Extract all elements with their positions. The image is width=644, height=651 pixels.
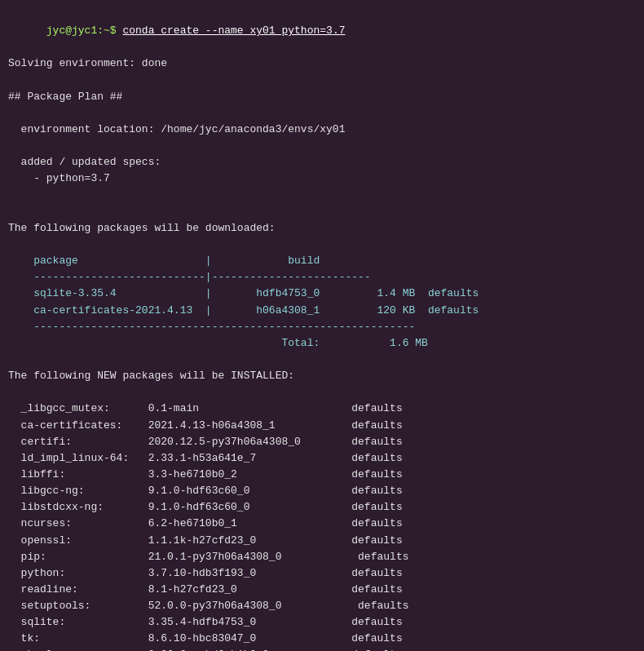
pkg-line: libffi: 3.3-he6710b0_2 defaults — [8, 467, 636, 483]
prompt-line: jyc@jyc1:~$ conda create --name xy01 pyt… — [8, 7, 636, 55]
pkg-line: ld_impl_linux-64: 2.33.1-h53a641e_7 defa… — [8, 450, 636, 467]
output-line: - python=3.7 — [8, 170, 636, 187]
table-row: ca-certificates-2021.4.13 | h06a4308_1 1… — [8, 303, 636, 319]
pkg-line: wheel: 0.36.2-pyhd3eb1b0_0 defaults — [8, 647, 636, 651]
pkg-line: sqlite: 3.35.4-hdfb4753_0 defaults — [8, 614, 636, 631]
pkg-line: ca-certificates: 2021.4.13-h06a4308_1 de… — [8, 418, 636, 434]
table-total: Total: 1.6 MB — [8, 335, 636, 352]
pkg-line: libstdcxx-ng: 9.1.0-hdf63c60_0 defaults — [8, 499, 636, 516]
output-line: added / updated specs: — [8, 154, 636, 170]
pkg-line: libgcc-ng: 9.1.0-hdf63c60_0 defaults — [8, 483, 636, 499]
output-line: ## Package Plan ## — [8, 89, 636, 105]
pkg-line: ncurses: 6.2-he6710b0_1 defaults — [8, 516, 636, 532]
terminal: jyc@jyc1:~$ conda create --name xy01 pyt… — [0, 0, 644, 651]
blank-line — [8, 188, 636, 204]
blank-line — [8, 138, 636, 154]
output-line: The following NEW packages will be INSTA… — [8, 368, 636, 384]
pkg-line: readline: 8.1-h27cfd23_0 defaults — [8, 582, 636, 598]
pkg-line: openssl: 1.1.1k-h27cfd23_0 defaults — [8, 533, 636, 549]
blank-line — [8, 237, 636, 253]
pkg-line: _libgcc_mutex: 0.1-main defaults — [8, 401, 636, 417]
terminal-container: jyc@jyc1:~$ conda create --name xy01 pyt… — [0, 0, 644, 651]
table-header: package | build — [8, 253, 636, 269]
table-row: sqlite-3.35.4 | hdfb4753_0 1.4 MB defaul… — [8, 286, 636, 302]
blank-line — [8, 73, 636, 89]
prompt-user: jyc@jyc1:~$ — [46, 24, 123, 37]
pkg-line: certifi: 2020.12.5-py37h06a4308_0 defaul… — [8, 434, 636, 450]
updated-text: updated — [72, 156, 117, 168]
output-line: The following packages will be downloade… — [8, 220, 636, 237]
command: conda create --name xy01 python=3.7 — [122, 24, 345, 37]
pkg-line: pip: 21.0.1-py37h06a4308_0 defaults — [8, 549, 636, 565]
output-line: Solving environment: done — [8, 55, 636, 72]
output-line: environment location: /home/jyc/anaconda… — [8, 122, 636, 138]
pkg-line: python: 3.7.10-hdb3f193_0 defaults — [8, 565, 636, 582]
pkg-line: setuptools: 52.0.0-py37h06a4308_0 defaul… — [8, 598, 636, 614]
blank-line — [8, 352, 636, 368]
blank-line — [8, 204, 636, 220]
pkg-line: tk: 8.6.10-hbc83047_0 defaults — [8, 631, 636, 647]
blank-line — [8, 105, 636, 122]
table-separator2: ----------------------------------------… — [8, 319, 636, 335]
blank-line — [8, 384, 636, 401]
table-separator: ---------------------------|------------… — [8, 269, 636, 286]
